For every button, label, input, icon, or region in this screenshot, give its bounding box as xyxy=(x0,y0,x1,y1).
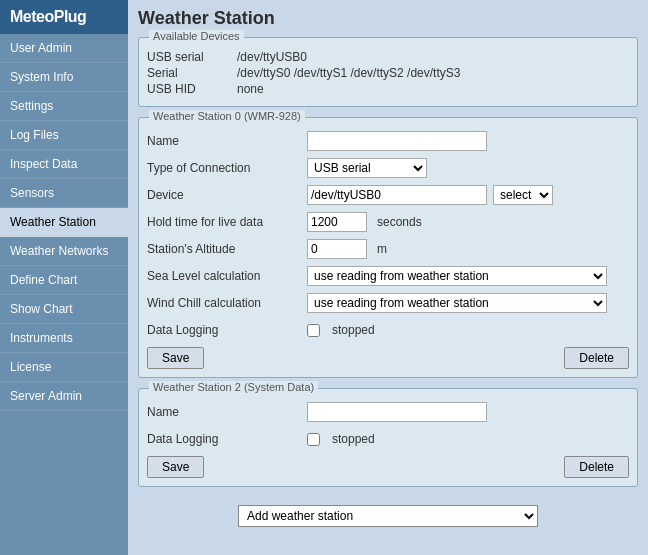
station0-logging-checkbox[interactable] xyxy=(307,324,320,337)
station0-logging-row: Data Logging stopped xyxy=(147,319,629,341)
sidebar-item-define-chart[interactable]: Define Chart xyxy=(0,266,128,295)
station0-btn-row: Save Delete xyxy=(147,347,629,369)
device-value-usb-serial: /dev/ttyUSB0 xyxy=(237,50,307,64)
station2-logging-control: stopped xyxy=(307,432,629,446)
station0-sealevel-label: Sea Level calculation xyxy=(147,269,307,283)
station0-sealevel-row: Sea Level calculation use reading from w… xyxy=(147,265,629,287)
station0-altitude-row: Station's Altitude m xyxy=(147,238,629,260)
device-row-usb-hid: USB HID none xyxy=(147,82,629,96)
station2-btn-row: Save Delete xyxy=(147,456,629,478)
device-value-usb-hid: none xyxy=(237,82,264,96)
device-label-serial: Serial xyxy=(147,66,237,80)
sidebar-item-system-info[interactable]: System Info xyxy=(0,63,128,92)
station0-name-input[interactable] xyxy=(307,131,487,151)
device-label-usb-hid: USB HID xyxy=(147,82,237,96)
station2-save-button[interactable]: Save xyxy=(147,456,204,478)
station0-name-label: Name xyxy=(147,134,307,148)
sidebar-item-license[interactable]: License xyxy=(0,353,128,382)
station2-logging-checkbox[interactable] xyxy=(307,433,320,446)
sidebar-item-server-admin[interactable]: Server Admin xyxy=(0,382,128,411)
device-row-serial: Serial /dev/ttyS0 /dev/ttyS1 /dev/ttyS2 … xyxy=(147,66,629,80)
station2-legend: Weather Station 2 (System Data) xyxy=(149,381,318,393)
logo: MeteoPlug xyxy=(0,0,128,34)
station0-sealevel-select[interactable]: use reading from weather station calcula… xyxy=(307,266,607,286)
station0-altitude-label: Station's Altitude xyxy=(147,242,307,256)
sidebar-item-sensors[interactable]: Sensors xyxy=(0,179,128,208)
station0-device-label: Device xyxy=(147,188,307,202)
station0-hold-unit: seconds xyxy=(377,215,422,229)
station0-connection-label: Type of Connection xyxy=(147,161,307,175)
station0-section: Weather Station 0 (WMR-928) Name Type of… xyxy=(138,117,638,378)
sidebar: MeteoPlug User Admin System Info Setting… xyxy=(0,0,128,555)
station2-logging-label: Data Logging xyxy=(147,432,307,446)
main-content: Weather Station Available Devices USB se… xyxy=(128,0,648,555)
station0-hold-row: Hold time for live data seconds xyxy=(147,211,629,233)
station0-name-row: Name xyxy=(147,130,629,152)
station2-section: Weather Station 2 (System Data) Name Dat… xyxy=(138,388,638,487)
station0-altitude-input[interactable] xyxy=(307,239,367,259)
station0-connection-select[interactable]: USB serial Serial USB HID xyxy=(307,158,427,178)
sidebar-item-show-chart[interactable]: Show Chart xyxy=(0,295,128,324)
device-value-serial: /dev/ttyS0 /dev/ttyS1 /dev/ttyS2 /dev/tt… xyxy=(237,66,460,80)
station0-windchill-select[interactable]: use reading from weather station calcula… xyxy=(307,293,607,313)
station0-device-row: Device select xyxy=(147,184,629,206)
station0-hold-control: seconds xyxy=(307,212,629,232)
sidebar-item-weather-networks[interactable]: Weather Networks xyxy=(0,237,128,266)
available-devices-section: Available Devices USB serial /dev/ttyUSB… xyxy=(138,37,638,107)
station0-device-select[interactable]: select xyxy=(493,185,553,205)
station2-name-control xyxy=(307,402,629,422)
station2-name-row: Name xyxy=(147,401,629,423)
station0-windchill-control: use reading from weather station calcula… xyxy=(307,293,629,313)
sidebar-item-weather-station[interactable]: Weather Station xyxy=(0,208,128,237)
station2-delete-button[interactable]: Delete xyxy=(564,456,629,478)
station0-logging-text: stopped xyxy=(332,323,375,337)
add-station-select[interactable]: Add weather station xyxy=(238,505,538,527)
station2-logging-text: stopped xyxy=(332,432,375,446)
station0-save-button[interactable]: Save xyxy=(147,347,204,369)
station0-hold-label: Hold time for live data xyxy=(147,215,307,229)
station0-logging-control: stopped xyxy=(307,323,629,337)
station0-windchill-row: Wind Chill calculation use reading from … xyxy=(147,292,629,314)
station0-sealevel-control: use reading from weather station calcula… xyxy=(307,266,629,286)
station2-logging-row: Data Logging stopped xyxy=(147,428,629,450)
station0-hold-input[interactable] xyxy=(307,212,367,232)
station0-device-input[interactable] xyxy=(307,185,487,205)
station2-name-input[interactable] xyxy=(307,402,487,422)
add-station-bar: Add weather station xyxy=(138,497,638,531)
sidebar-item-settings[interactable]: Settings xyxy=(0,92,128,121)
station0-name-control xyxy=(307,131,629,151)
station0-altitude-unit: m xyxy=(377,242,387,256)
page-title: Weather Station xyxy=(138,8,638,29)
available-devices-legend: Available Devices xyxy=(149,30,244,42)
station0-connection-row: Type of Connection USB serial Serial USB… xyxy=(147,157,629,179)
device-row-usb-serial: USB serial /dev/ttyUSB0 xyxy=(147,50,629,64)
sidebar-item-instruments[interactable]: Instruments xyxy=(0,324,128,353)
sidebar-item-inspect-data[interactable]: Inspect Data xyxy=(0,150,128,179)
station0-device-control: select xyxy=(307,185,629,205)
sidebar-item-log-files[interactable]: Log Files xyxy=(0,121,128,150)
station0-legend: Weather Station 0 (WMR-928) xyxy=(149,110,305,122)
station2-name-label: Name xyxy=(147,405,307,419)
station0-windchill-label: Wind Chill calculation xyxy=(147,296,307,310)
station0-altitude-control: m xyxy=(307,239,629,259)
sidebar-item-user-admin[interactable]: User Admin xyxy=(0,34,128,63)
station0-delete-button[interactable]: Delete xyxy=(564,347,629,369)
station0-logging-label: Data Logging xyxy=(147,323,307,337)
station0-connection-control: USB serial Serial USB HID xyxy=(307,158,629,178)
device-label-usb-serial: USB serial xyxy=(147,50,237,64)
